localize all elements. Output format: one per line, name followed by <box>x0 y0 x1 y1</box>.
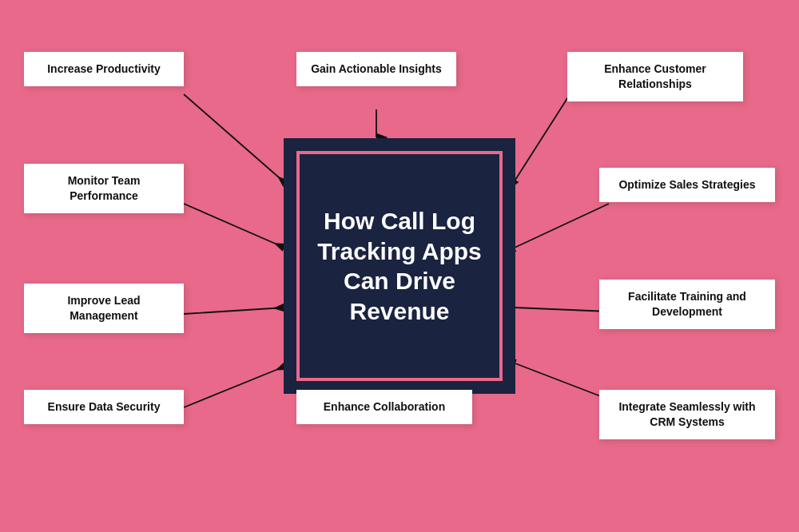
satellite-label: Gain Actionable Insights <box>311 62 442 75</box>
svg-line-10 <box>515 308 609 312</box>
satellite-monitor-team: Monitor Team Performance <box>24 164 184 213</box>
center-title: How Call Log Tracking Apps Can Drive Rev… <box>288 190 511 342</box>
svg-line-6 <box>515 96 569 180</box>
satellite-facilitate-training: Facilitate Training and Development <box>599 280 775 329</box>
svg-line-7 <box>184 204 284 248</box>
satellite-integrate-crm: Integrate Seamlessly with CRM Systems <box>599 390 775 439</box>
center-box: How Call Log Tracking Apps Can Drive Rev… <box>284 138 515 394</box>
satellite-improve-lead: Improve Lead Management <box>24 284 184 333</box>
svg-line-4 <box>184 94 286 184</box>
satellite-gain-insights: Gain Actionable Insights <box>296 52 456 86</box>
satellite-optimize-sales: Optimize Sales Strategies <box>599 168 775 202</box>
svg-line-11 <box>184 366 286 407</box>
satellite-ensure-security: Ensure Data Security <box>24 390 184 424</box>
svg-line-9 <box>184 308 284 314</box>
satellite-label: Improve Lead Management <box>67 294 140 322</box>
svg-line-13 <box>515 363 609 399</box>
satellite-label: Facilitate Training and Development <box>628 290 746 318</box>
satellite-label: Enhance Collaboration <box>324 400 445 413</box>
svg-line-8 <box>515 204 609 248</box>
satellite-label: Monitor Team Performance <box>68 174 141 202</box>
satellite-label: Optimize Sales Strategies <box>618 178 755 191</box>
satellite-label: Integrate Seamlessly with CRM Systems <box>618 400 755 428</box>
satellite-label: Increase Productivity <box>47 62 161 75</box>
satellite-increase-productivity: Increase Productivity <box>24 52 184 86</box>
satellite-label: Ensure Data Security <box>48 400 161 413</box>
satellite-enhance-collab: Enhance Collaboration <box>296 390 472 424</box>
satellite-label: Enhance Customer Relationships <box>604 62 706 90</box>
diagram-container: How Call Log Tracking Apps Can Drive Rev… <box>0 0 799 532</box>
satellite-enhance-customer: Enhance Customer Relationships <box>567 52 743 101</box>
